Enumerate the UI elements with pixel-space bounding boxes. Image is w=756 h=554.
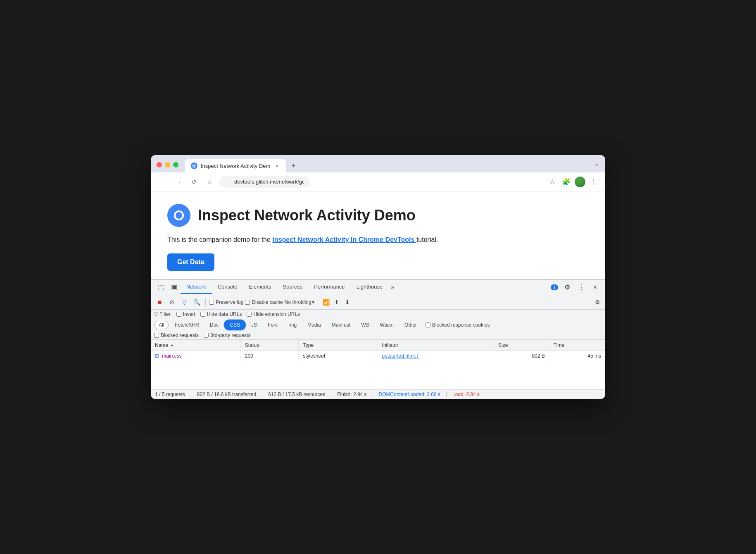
back-button[interactable]: ←	[157, 176, 168, 188]
disable-cache-text: Disable cache	[252, 299, 283, 305]
reload-button[interactable]: ↺	[188, 176, 200, 188]
get-data-button[interactable]: Get Data	[167, 253, 214, 271]
forward-button[interactable]: →	[172, 176, 184, 188]
home-button[interactable]: ⌂	[204, 176, 215, 188]
filter-doc[interactable]: Doc	[205, 321, 223, 329]
status-load: Load: 2.84 s	[447, 392, 485, 397]
tab-network[interactable]: Network	[181, 280, 212, 294]
initiator-link[interactable]: getstarted.html:7	[382, 353, 419, 359]
new-tab-button[interactable]: +	[288, 161, 299, 172]
bookmark-icon[interactable]: ☆	[547, 176, 558, 188]
preserve-log-checkbox[interactable]	[209, 300, 214, 305]
close-window-button[interactable]	[157, 162, 162, 167]
chrome-logo-icon	[167, 204, 190, 227]
filter-all[interactable]: All	[154, 321, 169, 329]
extensions-icon[interactable]: 🧩	[561, 176, 572, 188]
description-link[interactable]: Inspect Network Activity In Chrome DevTo…	[272, 236, 416, 243]
minimize-window-button[interactable]	[165, 162, 170, 167]
filter-fetch-xhr[interactable]: Fetch/XHR	[170, 321, 204, 329]
devtools-more-icon[interactable]: ⋮	[575, 280, 588, 295]
network-settings-icon[interactable]: ⚙	[593, 298, 602, 307]
cell-status: 200	[240, 351, 298, 361]
tab-close-button[interactable]: ×	[273, 162, 280, 169]
blocked-response-cookies-text: Blocked response cookies	[432, 322, 490, 328]
blocked-requests-label[interactable]: Blocked requests	[154, 332, 199, 338]
cell-size: 802 B	[494, 351, 549, 361]
preserve-log-text: Preserve log	[216, 299, 243, 305]
third-party-requests-label[interactable]: 3rd-party requests	[204, 332, 250, 338]
devtools-settings-icon[interactable]: ⚙	[561, 280, 574, 295]
address-input[interactable]	[219, 176, 309, 188]
table-body: ☑ main.css 200 stylesheet getstarted.htm…	[151, 351, 605, 361]
content-area: Inspect Network Activity Demo This is th…	[151, 191, 605, 399]
disable-cache-label[interactable]: Disable cache	[245, 299, 283, 305]
import-har-icon[interactable]: ⬆	[332, 298, 341, 307]
toolbar-separator-2	[318, 298, 318, 306]
device-toolbar-icon[interactable]: ▣	[167, 280, 181, 295]
console-badge: 1	[551, 284, 558, 290]
filter-img[interactable]: Img	[284, 321, 301, 329]
blocked-response-cookies-label[interactable]: Blocked response cookies	[426, 322, 490, 328]
network-table: Name ▾ Status Type Initiator Size Time	[151, 340, 605, 361]
page-description: This is the companion demo for the Inspe…	[167, 234, 589, 245]
chrome-menu-icon[interactable]: ⋮	[588, 176, 599, 188]
more-tabs-icon[interactable]: »	[388, 281, 396, 294]
filter-media[interactable]: Media	[303, 321, 326, 329]
tab-lighthouse[interactable]: Lighthouse	[351, 280, 389, 294]
tab-chevron-icon[interactable]: ⌄	[594, 160, 599, 172]
devtools-panel: ⬚ ▣ Network Console Elements Sources Per…	[151, 279, 605, 399]
address-input-wrap: ⊙	[219, 176, 542, 188]
filter-toggle-button[interactable]: ▽	[179, 297, 190, 308]
active-tab[interactable]: Inspect Network Activity Dem ×	[185, 159, 286, 172]
col-time[interactable]: Time	[549, 340, 605, 351]
invert-label[interactable]: Invert	[176, 311, 195, 317]
tab-sources[interactable]: Sources	[277, 280, 309, 294]
record-button[interactable]: ⏺	[154, 297, 165, 308]
disable-cache-checkbox[interactable]	[245, 300, 250, 305]
traffic-lights	[157, 162, 178, 172]
hide-extension-urls-label[interactable]: Hide extension URLs	[247, 311, 300, 317]
hide-extension-urls-checkbox[interactable]	[247, 312, 252, 317]
export-har-icon[interactable]: ⬇	[343, 298, 352, 307]
file-icon: ☑	[155, 353, 159, 358]
filter-wasm[interactable]: Wasm	[376, 321, 399, 329]
blocked-response-cookies-checkbox[interactable]	[426, 322, 430, 327]
tab-console[interactable]: Console	[212, 280, 243, 294]
col-name[interactable]: Name ▾	[151, 340, 240, 351]
filter-manifest[interactable]: Manifest	[327, 321, 355, 329]
devtools-close-icon[interactable]: ×	[589, 280, 602, 295]
table-row[interactable]: ☑ main.css 200 stylesheet getstarted.htm…	[151, 351, 605, 361]
cell-type: stylesheet	[299, 351, 378, 361]
col-initiator[interactable]: Initiator	[378, 340, 494, 351]
devtools-right-actions: 1 ⚙ ⋮ ×	[551, 280, 602, 295]
blocked-requests-checkbox[interactable]	[154, 333, 159, 338]
hide-data-urls-checkbox[interactable]	[200, 312, 205, 317]
type-filters-bar: All Fetch/XHR Doc CSS JS Font Img Media …	[151, 319, 605, 331]
tab-performance[interactable]: Performance	[308, 280, 350, 294]
search-button[interactable]: 🔍	[191, 297, 202, 308]
col-type[interactable]: Type	[299, 340, 378, 351]
filter-ws[interactable]: WS	[357, 321, 373, 329]
filter-label[interactable]: ▽ Filter	[154, 311, 171, 317]
filter-css[interactable]: CSS	[225, 320, 245, 330]
throttling-selector[interactable]: No throttling ▾	[285, 299, 315, 305]
wifi-icon[interactable]: 📶	[321, 298, 330, 307]
filter-font[interactable]: Font	[263, 321, 282, 329]
hide-data-urls-label[interactable]: Hide data URLs	[200, 311, 242, 317]
extra-filters-row: Blocked requests 3rd-party requests	[151, 331, 605, 340]
status-resources: 612 B / 17.5 kB resources	[262, 392, 331, 397]
maximize-window-button[interactable]	[173, 162, 178, 167]
profile-avatar[interactable]: 🌿	[575, 177, 585, 187]
filter-js[interactable]: JS	[247, 321, 262, 329]
col-size[interactable]: Size	[494, 340, 549, 351]
third-party-requests-checkbox[interactable]	[204, 333, 209, 338]
clear-button[interactable]: ⊘	[166, 297, 177, 308]
filter-other[interactable]: Other	[400, 321, 421, 329]
inspect-element-icon[interactable]: ⬚	[154, 280, 167, 295]
invert-checkbox[interactable]	[176, 312, 181, 317]
col-status[interactable]: Status	[240, 340, 298, 351]
description-suffix: tutorial.	[416, 236, 438, 243]
svg-point-1	[193, 165, 195, 167]
tab-elements[interactable]: Elements	[243, 280, 277, 294]
preserve-log-label[interactable]: Preserve log	[209, 299, 243, 305]
